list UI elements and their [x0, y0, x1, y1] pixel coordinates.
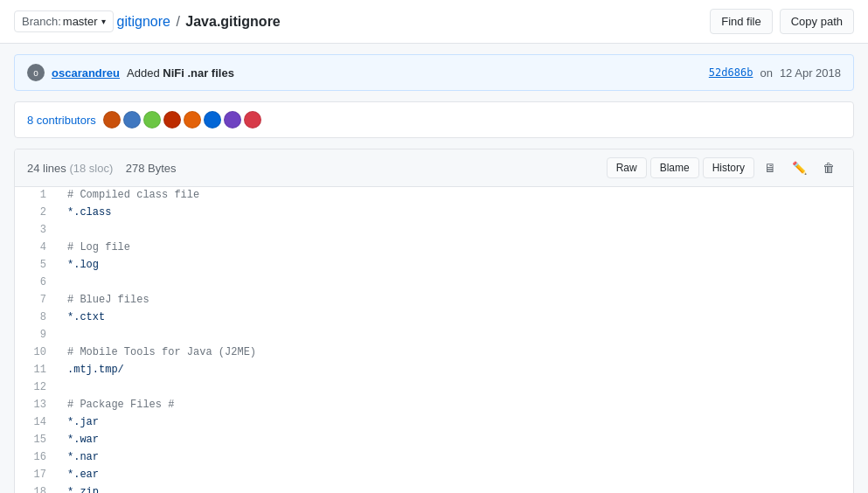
line-number: 17: [15, 467, 57, 483]
contributors-count: 8: [27, 114, 33, 127]
file-actions: Raw Blame History 🖥 ✏️ 🗑: [607, 156, 841, 179]
delete-icon[interactable]: 🗑: [816, 156, 841, 179]
code-line: 9: [15, 327, 853, 344]
commit-bar: o oscarandreu Added NiFi .nar files 52d6…: [14, 54, 854, 91]
contributor-avatars: [103, 111, 261, 128]
code-line: 11.mtj.tmp/: [15, 362, 853, 379]
commit-message: Added NiFi .nar files: [127, 66, 234, 80]
branch-selector[interactable]: Branch: master ▾: [14, 10, 114, 32]
desktop-icon[interactable]: 🖥: [758, 156, 782, 179]
code-line: 10# Mobile Tools for Java (J2ME): [15, 344, 853, 362]
contributor-avatar-0[interactable]: [103, 111, 121, 128]
commit-highlight: NiFi .nar files: [163, 66, 234, 80]
line-number: 6: [15, 274, 57, 291]
line-content: # Package Files #: [57, 397, 184, 413]
line-content: *.nar: [57, 449, 109, 466]
commit-on-label: on: [760, 66, 772, 80]
line-number: 2: [15, 205, 57, 221]
line-number: 1: [15, 187, 57, 204]
contributor-avatar-7[interactable]: [244, 111, 261, 128]
line-content: .mtj.tmp/: [57, 362, 135, 378]
commit-author-link[interactable]: oscarandreu: [52, 66, 120, 80]
contributors-bar: 8 contributors: [14, 101, 854, 138]
line-content: *.jar: [57, 414, 109, 431]
file-stats: 24 lines (18 sloc) 278 Bytes: [27, 162, 177, 175]
line-number: 15: [15, 432, 57, 448]
code-line: 5*.log: [15, 257, 853, 274]
code-line: 7# BlueJ files: [15, 292, 853, 309]
line-number: 7: [15, 292, 57, 309]
code-line: 15*.war: [15, 432, 853, 449]
breadcrumb-separator: /: [176, 14, 179, 29]
file-header: 24 lines (18 sloc) 278 Bytes Raw Blame H…: [15, 149, 853, 187]
code-line: 18*.zip: [15, 484, 853, 493]
line-content: *.ear: [57, 467, 109, 483]
commit-meta: 52d686b on 12 Apr 2018: [709, 66, 841, 80]
line-number: 13: [15, 397, 57, 413]
line-content: # BlueJ files: [57, 292, 160, 309]
line-content: *.log: [57, 257, 109, 274]
history-button[interactable]: History: [703, 157, 754, 178]
line-content: # Mobile Tools for Java (J2ME): [57, 344, 267, 361]
contributor-avatar-6[interactable]: [224, 111, 241, 128]
chevron-down-icon: ▾: [101, 17, 106, 26]
contributor-avatar-2[interactable]: [143, 111, 161, 128]
code-line: 1# Compiled class file: [15, 187, 853, 205]
code-line: 13# Package Files #: [15, 397, 853, 414]
code-line: 6: [15, 274, 853, 292]
code-line: 4# Log file: [15, 240, 853, 257]
raw-button[interactable]: Raw: [607, 157, 647, 178]
code-line: 8*.ctxt: [15, 309, 853, 327]
code-line: 2*.class: [15, 205, 853, 222]
line-number: 12: [15, 379, 57, 396]
line-content: *.class: [57, 205, 122, 221]
copy-path-button[interactable]: Copy path: [780, 9, 854, 34]
contributor-avatar-1[interactable]: [123, 111, 141, 128]
line-content: *.ctxt: [57, 309, 115, 326]
line-content: *.zip: [57, 484, 109, 493]
line-count: 24 lines: [27, 162, 66, 175]
code-line: 16*.nar: [15, 449, 853, 467]
line-number: 14: [15, 414, 57, 431]
contributor-avatar-3[interactable]: [163, 111, 181, 128]
line-number: 11: [15, 362, 57, 378]
author-avatar: o: [27, 64, 45, 81]
contributor-avatar-4[interactable]: [184, 111, 201, 128]
file-size: 278 Bytes: [126, 162, 177, 175]
top-actions: Find file Copy path: [710, 9, 854, 34]
code-line: 17*.ear: [15, 467, 853, 484]
edit-icon[interactable]: ✏️: [786, 156, 813, 179]
blame-button[interactable]: Blame: [650, 157, 699, 178]
line-content: *.war: [57, 432, 109, 448]
breadcrumb-repo-link[interactable]: gitignore: [117, 14, 170, 29]
line-number: 16: [15, 449, 57, 466]
commit-info: o oscarandreu Added NiFi .nar files: [27, 64, 234, 81]
line-number: 9: [15, 327, 57, 344]
line-number: 18: [15, 484, 57, 493]
commit-sha-link[interactable]: 52d686b: [709, 66, 753, 79]
code-line: 14*.jar: [15, 414, 853, 432]
line-content: # Log file: [57, 240, 141, 256]
branch-name: master: [63, 15, 98, 28]
line-content: # Compiled class file: [57, 187, 210, 204]
line-number: 4: [15, 240, 57, 256]
code-line: 3: [15, 222, 853, 240]
contributor-avatar-5[interactable]: [204, 111, 221, 128]
branch-label: Branch:: [22, 15, 61, 28]
contributors-link[interactable]: 8 contributors: [27, 114, 96, 127]
line-number: 10: [15, 344, 57, 361]
line-number: 8: [15, 309, 57, 326]
breadcrumb-path: gitignore / Java.gitignore: [117, 14, 281, 30]
breadcrumb-current-file: Java.gitignore: [185, 14, 280, 29]
file-view: 24 lines (18 sloc) 278 Bytes Raw Blame H…: [14, 149, 854, 493]
code-view: 1# Compiled class file2*.class34# Log fi…: [15, 187, 853, 493]
top-bar: Branch: master ▾ gitignore / Java.gitign…: [0, 0, 868, 44]
find-file-button[interactable]: Find file: [710, 9, 773, 34]
breadcrumb: Branch: master ▾ gitignore / Java.gitign…: [14, 10, 281, 32]
sloc-count: (18 sloc): [69, 162, 113, 175]
commit-date: 12 Apr 2018: [780, 66, 841, 80]
line-number: 5: [15, 257, 57, 274]
line-number: 3: [15, 222, 57, 239]
code-line: 12: [15, 379, 853, 397]
